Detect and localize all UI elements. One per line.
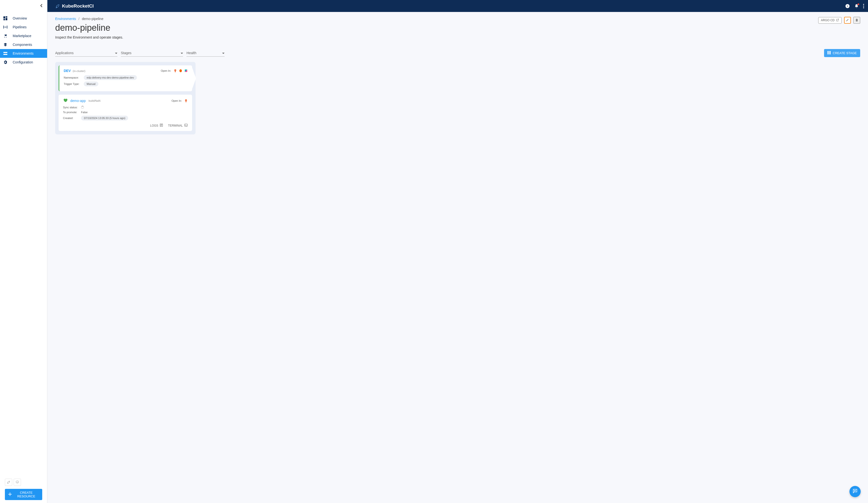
app-name[interactable]: demo-app: [70, 99, 86, 103]
svg-rect-17: [830, 51, 831, 54]
applications-filter-label: Applications: [55, 51, 74, 55]
app-card: demo-app build/NaN Open In: Sync status:: [59, 95, 192, 131]
svg-rect-19: [175, 71, 176, 72]
created-label: Created:: [63, 117, 78, 119]
app-title-group: demo-app build/NaN: [63, 98, 100, 103]
more-vert-icon[interactable]: [863, 4, 864, 8]
svg-point-4: [863, 7, 864, 8]
health-filter[interactable]: Health: [186, 50, 225, 56]
grafana-icon[interactable]: [179, 69, 182, 72]
svg-rect-21: [186, 101, 186, 102]
chevron-left-icon[interactable]: [40, 4, 42, 8]
svg-rect-7: [3, 19, 5, 20]
applications-filter[interactable]: Applications: [55, 50, 117, 56]
app-actions: LOGS TERMINAL: [63, 124, 188, 128]
kibana-icon[interactable]: [184, 69, 188, 72]
page-top: Environments / demo-pipeline demo-pipeli…: [55, 17, 860, 39]
argo-cd-button[interactable]: ARGO CD: [818, 17, 841, 24]
breadcrumb-parent[interactable]: Environments: [55, 17, 76, 21]
open-in-label: Open In:: [161, 69, 171, 72]
sidebar-item-label: Configuration: [13, 60, 33, 64]
svg-rect-12: [3, 52, 7, 53]
sidebar-item-label: Pipelines: [13, 25, 27, 29]
app-header: KubeRocketCI i: [0, 0, 868, 12]
svg-rect-15: [827, 51, 828, 54]
svg-point-20: [185, 99, 187, 101]
logs-button[interactable]: LOGS: [150, 124, 163, 128]
environments-icon: [3, 52, 8, 55]
stages-filter-label: Stages: [121, 51, 132, 55]
info-icon[interactable]: i: [845, 4, 850, 9]
stage-title-group: DEV (in-cluster): [64, 69, 85, 73]
app-header: demo-app build/NaN Open In:: [63, 98, 188, 103]
created-value: 07/10/2024 13:05:33 (5 hours ago): [81, 116, 128, 120]
namespace-label: Namespace:: [64, 76, 81, 79]
main-content: Environments / demo-pipeline demo-pipeli…: [47, 12, 868, 139]
sidebar-item-marketplace[interactable]: Marketplace: [0, 31, 47, 40]
chevron-down-icon: [222, 51, 225, 55]
stage-open-in: Open In:: [161, 69, 188, 72]
pencil-icon: [846, 18, 849, 22]
brand-name: KubeRocketCI: [62, 3, 94, 9]
argo-small-icon[interactable]: [174, 69, 177, 72]
stage-cluster: (in-cluster): [73, 70, 85, 72]
page-heading-group: Environments / demo-pipeline demo-pipeli…: [55, 17, 123, 39]
svg-rect-6: [6, 16, 7, 18]
sidebar: Overview Pipelines Marketplace Component…: [0, 12, 47, 139]
create-stage-button[interactable]: CREATE STAGE: [824, 49, 860, 57]
stage-container: DEV (in-cluster) Open In:: [55, 62, 196, 134]
promote-value: False: [81, 111, 87, 114]
filter-bar: Applications Stages Health CREATE STAGE: [55, 49, 860, 57]
svg-rect-23: [185, 124, 187, 126]
sidebar-item-pipelines[interactable]: Pipelines: [0, 23, 47, 31]
namespace-row: Namespace: edp-delivery-ms-dev-demo-pipe…: [64, 75, 188, 80]
sidebar-item-components[interactable]: Components: [0, 40, 47, 49]
sidebar-items: Overview Pipelines Marketplace Component…: [0, 12, 47, 66]
stage-card: DEV (in-cluster) Open In:: [59, 65, 192, 91]
pipelines-icon: [3, 25, 8, 29]
promote-row: To promote: False: [63, 111, 188, 114]
spinner-icon: [81, 106, 84, 109]
svg-point-2: [863, 4, 864, 5]
edit-button[interactable]: [844, 17, 851, 24]
svg-rect-10: [4, 27, 6, 27]
svg-rect-11: [7, 25, 7, 29]
trigger-label: Trigger Type:: [64, 82, 81, 85]
argo-small-icon[interactable]: [184, 99, 188, 103]
terminal-button[interactable]: TERMINAL: [168, 124, 188, 128]
breadcrumb-current: demo-pipeline: [82, 17, 103, 21]
dashboard-icon: [3, 16, 8, 20]
app-open-in-icons: [184, 99, 188, 103]
open-in-label: Open In:: [172, 99, 182, 102]
sidebar-item-label: Components: [13, 43, 32, 46]
svg-rect-13: [3, 54, 7, 55]
sidebar-item-environments[interactable]: Environments: [0, 49, 47, 58]
health-filter-label: Health: [186, 51, 196, 55]
app-open-in: Open In:: [172, 99, 188, 103]
logs-label: LOGS: [150, 124, 158, 127]
page-actions: ARGO CD: [818, 17, 860, 24]
breadcrumb: Environments / demo-pipeline: [55, 17, 123, 21]
svg-text:i: i: [847, 4, 848, 8]
trigger-row: Trigger Type: Manual: [64, 82, 188, 86]
delete-button[interactable]: [853, 17, 860, 24]
sidebar-item-configuration[interactable]: Configuration: [0, 58, 47, 66]
svg-rect-16: [829, 51, 829, 54]
chevron-down-icon: [115, 51, 117, 55]
sidebar-item-label: Environments: [13, 52, 34, 55]
terminal-label: TERMINAL: [168, 124, 183, 127]
header-actions: i: [845, 4, 864, 9]
columns-icon: [827, 51, 831, 55]
cart-icon: [3, 34, 8, 38]
logs-icon: [159, 124, 163, 128]
stage-name[interactable]: DEV: [64, 69, 71, 73]
sidebar-item-label: Marketplace: [13, 34, 31, 38]
bell-icon[interactable]: [854, 4, 859, 8]
svg-point-18: [174, 69, 176, 71]
namespace-value: edp-delivery-ms-dev-demo-pipeline-dev: [84, 75, 137, 80]
svg-point-3: [863, 6, 864, 7]
create-stage-label: CREATE STAGE: [833, 51, 857, 55]
stages-filter[interactable]: Stages: [121, 50, 183, 56]
sidebar-item-overview[interactable]: Overview: [0, 14, 47, 23]
chevron-down-icon: [180, 51, 183, 55]
